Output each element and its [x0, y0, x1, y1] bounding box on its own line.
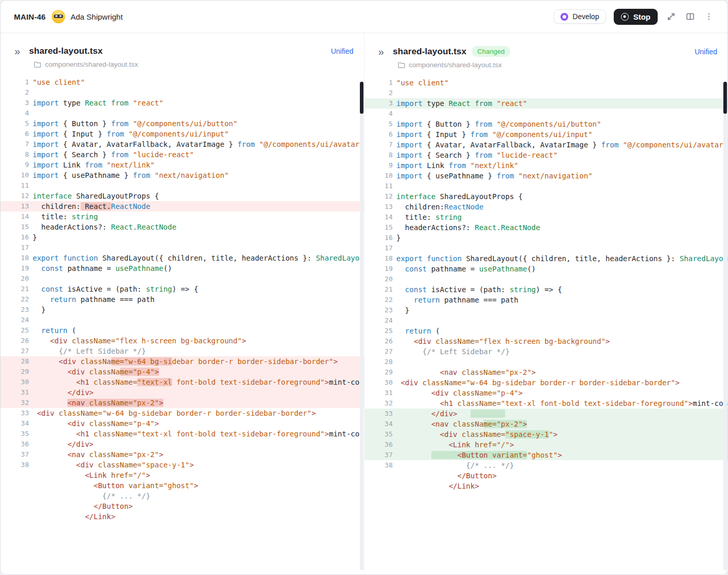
panel-header-left: » shared-layout.tsx Unified components/s…	[1, 33, 364, 68]
code-line: </Button>	[365, 471, 728, 481]
code-line: 28 <div className="w-64 bg-sidebar borde…	[1, 356, 364, 367]
code-line: 6import { Input } from "@/components/ui/…	[1, 129, 364, 139]
code-line: 31 </div>	[1, 387, 364, 398]
line-number: 25	[1, 325, 29, 336]
code-line: 10import { usePathname } from "next/navi…	[1, 170, 364, 180]
split-view-button[interactable]	[685, 11, 696, 22]
line-number: 2	[365, 88, 393, 98]
line-number: 17	[1, 243, 29, 253]
line-number: 29	[1, 367, 29, 377]
collapse-button[interactable]: »	[14, 46, 20, 56]
line-number: 8	[365, 150, 393, 160]
code-line: 21 const isActive = (path: string) => {	[365, 284, 728, 295]
line-number: 1	[1, 77, 29, 87]
line-number: 33	[1, 408, 29, 418]
agent-avatar-icon	[52, 10, 65, 23]
code-line: 19 const pathname = usePathname()	[365, 264, 728, 274]
line-number: 6	[365, 129, 393, 140]
code-line: 36 <Link href="/">	[365, 440, 728, 450]
line-number: 12	[1, 191, 29, 201]
line-number: 27	[1, 346, 29, 356]
code-line: 18export function SharedLayout({ childre…	[1, 253, 364, 263]
line-number	[1, 511, 29, 522]
code-view-left: 1"use client"23import type React from "r…	[1, 77, 364, 522]
code-line: <Link href="/">	[1, 470, 364, 480]
line-number: 16	[365, 233, 393, 243]
line-number: 31	[365, 388, 393, 398]
code-line: 32 <nav className="px-2">	[1, 398, 364, 408]
code-line: 22 return pathname === path	[365, 295, 728, 305]
view-mode-link[interactable]: Unified	[694, 48, 717, 56]
line-number: 24	[365, 315, 393, 326]
expand-button[interactable]	[665, 11, 677, 22]
line-number: 38	[1, 460, 29, 470]
diagonal-expand-icon	[666, 12, 676, 21]
line-number: 7	[365, 140, 393, 150]
code-line: 17	[1, 243, 364, 253]
record-icon	[621, 13, 629, 21]
line-number: 30	[365, 377, 393, 388]
changed-badge: Changed	[472, 46, 510, 57]
collapse-button[interactable]: »	[378, 47, 384, 57]
code-line: 5import { Button } from "@/components/ui…	[1, 118, 364, 129]
line-number: 2	[1, 87, 29, 98]
vertical-scrollbar[interactable]	[723, 82, 727, 570]
line-number: 35	[1, 429, 29, 439]
scrollbar-thumb[interactable]	[360, 82, 363, 114]
code-line: 7import { Avatar, AvatarFallback, Avatar…	[365, 140, 728, 150]
topbar-actions: Develop Stop	[554, 9, 714, 25]
line-number: 28	[365, 357, 393, 367]
line-number	[365, 471, 393, 481]
vertical-scrollbar[interactable]	[360, 82, 363, 570]
view-mode-link[interactable]: Unified	[331, 47, 354, 55]
develop-label: Develop	[572, 12, 599, 21]
line-number: 23	[1, 305, 29, 315]
code-line: 37 <Button variant="ghost">	[365, 450, 728, 460]
line-number: 28	[1, 356, 29, 367]
code-line: 24	[365, 315, 728, 326]
kebab-menu-icon	[705, 12, 713, 21]
ticket-label: MAIN-46	[14, 12, 46, 21]
line-number: 14	[365, 212, 393, 222]
code-line: 3import type React from "react"	[365, 98, 728, 109]
code-view-right: 1"use client"23import type React from "r…	[365, 78, 728, 491]
code-line: </Link>	[1, 511, 364, 522]
more-options-button[interactable]	[704, 11, 714, 22]
code-line: 35 <div className="space-y-1">	[365, 429, 728, 440]
code-line: 26 <div className="flex h-screen bg-back…	[1, 336, 364, 346]
line-number: 30	[1, 377, 29, 387]
line-number: 10	[365, 171, 393, 181]
diff-panel-left: » shared-layout.tsx Unified components/s…	[1, 33, 364, 574]
code-line: 6import { Input } from "@/components/ui/…	[365, 129, 728, 140]
code-line: 9import Link from "next/link"	[1, 160, 364, 170]
code-line: 20	[365, 274, 728, 284]
code-line: 11	[1, 180, 364, 191]
line-number: 23	[365, 305, 393, 315]
code-line: 8import { Search } from "lucide-react"	[1, 149, 364, 160]
line-number: 9	[365, 160, 393, 171]
line-number: 36	[1, 439, 29, 449]
code-line: 36 </div>	[1, 439, 364, 449]
line-number	[1, 480, 29, 491]
code-line: 28	[365, 357, 728, 367]
line-number: 22	[1, 294, 29, 305]
file-title: shared-layout.tsx	[393, 47, 466, 57]
develop-button[interactable]: Develop	[554, 9, 605, 24]
code-line: 17	[365, 243, 728, 253]
code-line: 31 <div className="p-4">	[365, 388, 728, 398]
line-number: 3	[1, 98, 29, 108]
code-line: 16}	[1, 232, 364, 243]
line-number: 7	[1, 139, 29, 149]
line-number	[1, 501, 29, 511]
scrollbar-thumb[interactable]	[723, 82, 727, 114]
code-line: 26 <div className="flex h-screen bg-back…	[365, 336, 728, 346]
line-number: 26	[1, 336, 29, 346]
line-number	[1, 470, 29, 480]
line-number: 21	[365, 284, 393, 295]
line-number: 20	[1, 274, 29, 284]
line-number: 4	[365, 109, 393, 119]
stop-button[interactable]: Stop	[614, 9, 658, 25]
code-line: 38 {/* ... */}	[365, 460, 728, 471]
line-number: 31	[1, 387, 29, 398]
line-number: 22	[365, 295, 393, 305]
